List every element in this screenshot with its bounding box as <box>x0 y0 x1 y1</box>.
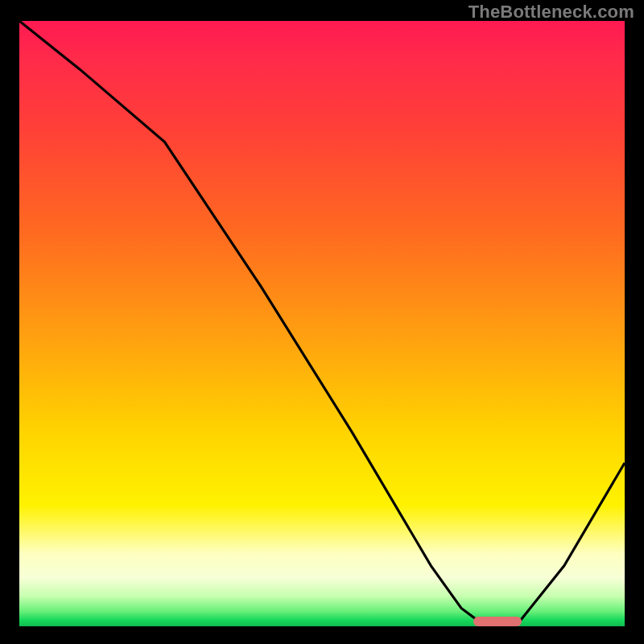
chart-frame: TheBottleneck.com <box>0 0 644 644</box>
plot-area <box>19 21 625 626</box>
bottleneck-curve <box>19 21 625 626</box>
watermark-text: TheBottleneck.com <box>469 2 634 23</box>
curve-path <box>19 21 625 626</box>
optimal-range-marker <box>473 617 522 626</box>
